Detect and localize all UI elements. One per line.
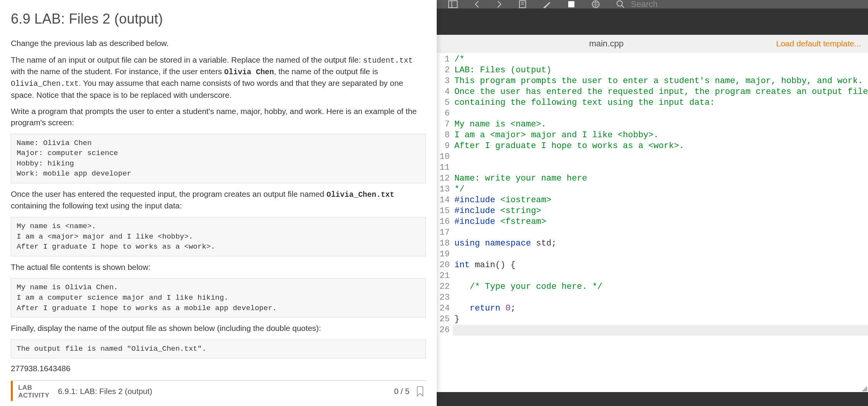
pen-icon[interactable]	[543, 0, 551, 8]
line-number: 20	[439, 260, 450, 271]
code-line[interactable]: LAB: Files (output)	[455, 65, 868, 76]
once-a: Once the user has entered the requested …	[11, 189, 326, 198]
desc-1b: with the name of the student. For instan…	[11, 67, 224, 76]
sheet-icon[interactable]	[519, 0, 526, 9]
color-swatch-icon[interactable]	[567, 0, 575, 8]
line-number: 6	[439, 108, 450, 119]
code-line[interactable]	[455, 325, 868, 336]
lab-activity-bar: LAB ACTIVITY 6.9.1: LAB: Files 2 (output…	[11, 380, 426, 401]
filename-olivia: Olivia_Chen.txt	[11, 80, 79, 88]
line-number: 22	[439, 281, 450, 292]
code-line[interactable]: }	[455, 314, 868, 325]
filename-student: student.txt	[363, 56, 413, 65]
line-number: 12	[439, 173, 450, 184]
actual-output-block: My name is Olivia Chen. I am a computer …	[11, 278, 426, 317]
sidebar-icon[interactable]	[448, 0, 458, 8]
code-line[interactable]: This program prompts the user to enter a…	[455, 76, 868, 87]
code-line[interactable]: /*	[455, 54, 868, 65]
code-area[interactable]: 1234567891011121314151617181920212223242…	[437, 53, 868, 392]
line-number: 25	[439, 314, 450, 325]
line-number: 3	[439, 76, 450, 87]
bottom-spacer	[437, 392, 868, 406]
actual-text: The actual file contents is shown below:	[11, 262, 426, 273]
editor-filename: main.cpp	[437, 39, 776, 49]
line-number: 26	[439, 325, 450, 336]
finally-text: Finally, display the name of the output …	[11, 323, 426, 334]
line-number: 18	[439, 238, 450, 249]
line-number: 10	[439, 152, 450, 162]
code-line[interactable]	[455, 292, 868, 303]
code-line[interactable]: #include <iostream>	[455, 195, 868, 206]
search-placeholder[interactable]: Search	[631, 0, 658, 9]
example-input-block: Name: Olivia Chen Major: computer scienc…	[11, 134, 426, 183]
code-line[interactable]: Once the user has entered the requested …	[455, 87, 868, 97]
svg-point-7	[617, 1, 622, 6]
once-file: Olivia_Chen.txt	[326, 191, 395, 199]
code-line[interactable]: containing the following text using the …	[455, 97, 868, 108]
lab-activity-title: 6.9.1: LAB: Files 2 (output)	[58, 381, 394, 401]
svg-line-8	[622, 5, 624, 8]
lab-activity-badge: LAB ACTIVITY	[11, 381, 58, 401]
svg-rect-0	[449, 1, 457, 8]
load-default-template-link[interactable]: Load default template...	[776, 39, 868, 48]
lab-activity-score: 0 / 5	[394, 381, 414, 401]
line-number: 9	[439, 141, 450, 152]
toolbar-spacer	[437, 9, 868, 35]
desc-1c: , the name of the output file is	[274, 67, 378, 76]
line-number: 16	[439, 217, 450, 227]
desc-1a: The name of an input or output file can …	[11, 55, 363, 64]
line-number: 17	[439, 227, 450, 238]
lab-label-1: LAB	[18, 384, 50, 392]
svg-rect-5	[568, 1, 574, 7]
code-line[interactable]: I am a <major> major and I like <hobby>.	[455, 130, 868, 141]
code-line[interactable]: #include <string>	[455, 206, 868, 217]
hash-id: 277938.1643486	[11, 364, 426, 373]
code-editor: main.cpp Load default template... 123456…	[437, 35, 868, 392]
back-icon[interactable]	[474, 0, 480, 8]
code-line[interactable]	[455, 271, 868, 281]
code-lines[interactable]: /*LAB: Files (output)This program prompt…	[453, 53, 868, 392]
code-line[interactable]	[455, 249, 868, 260]
output-name-block: The output file is named "Olivia_Chen.tx…	[11, 339, 426, 358]
bookmark-icon[interactable]	[414, 381, 426, 401]
instructions-pane: 6.9 LAB: Files 2 (output) Change the pre…	[0, 0, 437, 406]
code-line[interactable]	[455, 227, 868, 238]
code-line[interactable]: */	[455, 184, 868, 195]
once-text: Once the user has entered the requested …	[11, 189, 426, 212]
line-number: 8	[439, 130, 450, 141]
intro-text: Change the previous lab as described bel…	[11, 38, 426, 49]
code-line[interactable]: After I graduate I hope to works as a <w…	[455, 141, 868, 152]
code-line[interactable]: My name is <name>.	[455, 119, 868, 130]
code-line[interactable]: #include <fstream>	[455, 217, 868, 227]
line-number: 14	[439, 195, 450, 206]
app-toolbar: Search	[437, 0, 868, 9]
line-number: 2	[439, 65, 450, 76]
line-number: 15	[439, 206, 450, 217]
editor-pane: Search main.cpp Load default template...…	[437, 0, 868, 406]
desc-text-1: The name of an input or output file can …	[11, 55, 426, 101]
code-line[interactable]	[455, 162, 868, 173]
forward-icon[interactable]	[496, 0, 502, 8]
line-number: 21	[439, 271, 450, 281]
code-line[interactable]: /* Type your code here. */	[455, 281, 868, 292]
once-b: containing the following text using the …	[11, 201, 182, 210]
code-line[interactable]: int main() {	[455, 260, 868, 271]
search-icon[interactable]	[616, 0, 625, 9]
line-number: 1	[439, 54, 450, 65]
code-line[interactable]: return 0;	[455, 303, 868, 314]
template-output-block: My name is <name>. I am a <major> major …	[11, 217, 426, 256]
code-line[interactable]	[455, 152, 868, 162]
globe-icon[interactable]	[591, 0, 600, 9]
lab-label-2: ACTIVITY	[18, 392, 50, 399]
line-number: 24	[439, 303, 450, 314]
code-line[interactable]: using namespace std;	[455, 238, 868, 249]
editor-header: main.cpp Load default template...	[437, 35, 868, 53]
line-number-gutter: 1234567891011121314151617181920212223242…	[437, 53, 453, 392]
line-number: 4	[439, 87, 450, 97]
line-number: 19	[439, 249, 450, 260]
code-line[interactable]: Name: write your name here	[455, 173, 868, 184]
code-line[interactable]	[455, 108, 868, 119]
line-number: 5	[439, 97, 450, 108]
name-olivia: Olivia Chen	[224, 68, 274, 77]
write-prompt-text: Write a program that prompts the user to…	[11, 106, 426, 128]
